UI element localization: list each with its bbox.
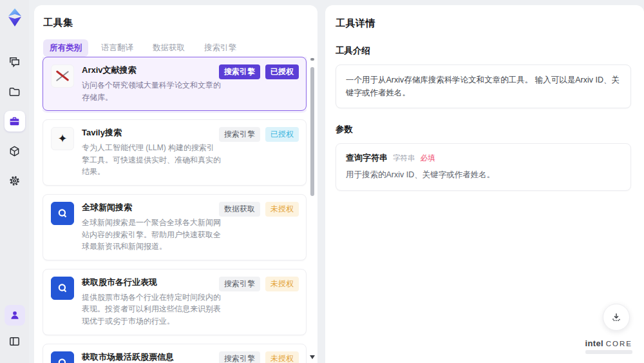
status-badge: 未授权	[265, 351, 299, 363]
download-button[interactable]	[603, 304, 630, 331]
tool-description: 提供股票市场各个行业在特定时间段内的表现。投资者可以利用这些信息来识别表现优于或…	[82, 291, 221, 328]
tab-language-translation[interactable]: 语言翻译	[95, 39, 140, 57]
scrollbar-thumb[interactable]	[310, 67, 314, 196]
parameter-type: 字符串	[393, 153, 415, 163]
tool-card-tavily[interactable]: ✦ Tavily搜索 专为人工智能代理 (LLM) 构建的搜索引擎工具。可快速提…	[43, 119, 307, 186]
parameter-description: 用于搜索的Arxiv ID、关键字或作者姓名。	[346, 170, 621, 181]
tool-card-active-stocks[interactable]: 获取市场最活跃股票信息 提供当天交易量最高的股票列表。投资者可以利用这些信息来识…	[43, 344, 307, 363]
tool-detail-panel: 工具详情 工具介绍 一个用于从Arxiv存储库搜索科学论文和文章的工具。 输入可…	[325, 5, 644, 363]
category-badge: 搜索引擎	[219, 64, 260, 79]
magnifier-blue-logo-icon	[51, 202, 74, 225]
tab-all-categories[interactable]: 所有类别	[43, 39, 88, 57]
chat-icon[interactable]	[5, 52, 25, 72]
tool-name: 获取股市各行业表现	[82, 277, 221, 288]
tab-search-engine[interactable]: 搜索引擎	[198, 39, 243, 57]
category-badge: 搜索引擎	[219, 127, 260, 142]
status-badge: 已授权	[265, 64, 299, 79]
folder-icon[interactable]	[5, 81, 25, 102]
tool-badges: 搜索引擎 已授权	[219, 127, 299, 142]
intel-core-logo: intel core	[585, 338, 632, 354]
tool-description: 专为人工智能代理 (LLM) 构建的搜索引擎工具。可快速提供实时、准确和真实的结…	[82, 142, 221, 178]
status-badge: 未授权	[265, 277, 299, 291]
parameter-header: 查询字符串 字符串 必填	[346, 152, 621, 164]
tool-badges: 数据获取 未授权	[219, 202, 299, 217]
tavily-logo-icon: ✦	[51, 127, 74, 150]
status-badge: 未授权	[265, 202, 299, 217]
tool-name: Tavily搜索	[82, 127, 221, 139]
tool-badges: 搜索引擎 未授权	[219, 351, 299, 363]
app-logo-icon[interactable]	[6, 8, 24, 27]
intro-heading: 工具介绍	[336, 45, 631, 57]
magnifier-blue-logo-icon	[51, 351, 74, 363]
tool-intro-text: 一个用于从Arxiv存储库搜索科学论文和文章的工具。 输入可以是Arxiv ID…	[336, 64, 631, 108]
params-heading: 参数	[336, 124, 631, 135]
tool-badges: 搜索引擎 已授权	[219, 64, 299, 79]
page-title: 工具集	[43, 17, 317, 29]
tool-list: Arxiv文献搜索 访问各个研究领域大量科学论文和文章的存储库。 搜索引擎 已授…	[43, 57, 307, 363]
scrollbar-top-dash	[310, 58, 314, 61]
tool-description: 全球新闻搜索是一个聚合全球各大新闻网站内容的搜索引擎。帮助用户快速获取全球最新资…	[82, 217, 221, 253]
user-avatar-icon[interactable]	[5, 305, 25, 326]
category-badge: 数据获取	[219, 202, 260, 217]
tool-description: 访问各个研究领域大量科学论文和文章的存储库。	[82, 79, 221, 103]
tool-card-global-news[interactable]: 全球新闻搜索 全球新闻搜索是一个聚合全球各大新闻网站内容的搜索引擎。帮助用户快速…	[43, 194, 307, 260]
panel-toggle-icon[interactable]	[5, 331, 25, 351]
tool-list-panel: 工具集 所有类别 语言翻译 数据获取 搜索引擎 Arxiv文献搜索 访问各个研究…	[34, 5, 317, 363]
brand-decoration-bar	[585, 350, 632, 354]
tool-name: 获取市场最活跃股票信息	[82, 351, 221, 363]
tab-data-acquisition[interactable]: 数据获取	[146, 39, 191, 57]
core-wordmark: core	[606, 340, 632, 348]
category-tabs: 所有类别 语言翻译 数据获取 搜索引擎	[43, 39, 317, 57]
toolbox-icon[interactable]	[5, 111, 25, 132]
parameter-card: 查询字符串 字符串 必填 用于搜索的Arxiv ID、关键字或作者姓名。	[336, 143, 631, 191]
app-sidebar	[0, 0, 29, 363]
detail-title: 工具详情	[336, 17, 631, 30]
arxiv-logo-icon	[51, 64, 74, 88]
cube-icon[interactable]	[5, 141, 25, 161]
tool-name: Arxiv文献搜索	[82, 64, 221, 76]
category-badge: 搜索引擎	[219, 351, 260, 363]
tool-card-stock-sector[interactable]: 获取股市各行业表现 提供股票市场各个行业在特定时间段内的表现。投资者可以利用这些…	[43, 269, 307, 335]
scrollbar-down-arrow-icon[interactable]	[310, 355, 315, 359]
intel-wordmark: intel	[585, 338, 603, 348]
tool-list-scrollbar[interactable]	[310, 58, 314, 359]
tool-badges: 搜索引擎 未授权	[219, 277, 299, 291]
tool-card-arxiv[interactable]: Arxiv文献搜索 访问各个研究领域大量科学论文和文章的存储库。 搜索引擎 已授…	[43, 57, 307, 111]
magnifier-blue-logo-icon	[51, 277, 74, 300]
status-badge: 已授权	[265, 127, 299, 142]
parameter-required-badge: 必填	[421, 153, 435, 163]
settings-gear-icon[interactable]	[5, 170, 25, 191]
parameter-name: 查询字符串	[346, 152, 388, 164]
category-badge: 搜索引擎	[219, 277, 260, 291]
tool-name: 全球新闻搜索	[82, 202, 221, 213]
